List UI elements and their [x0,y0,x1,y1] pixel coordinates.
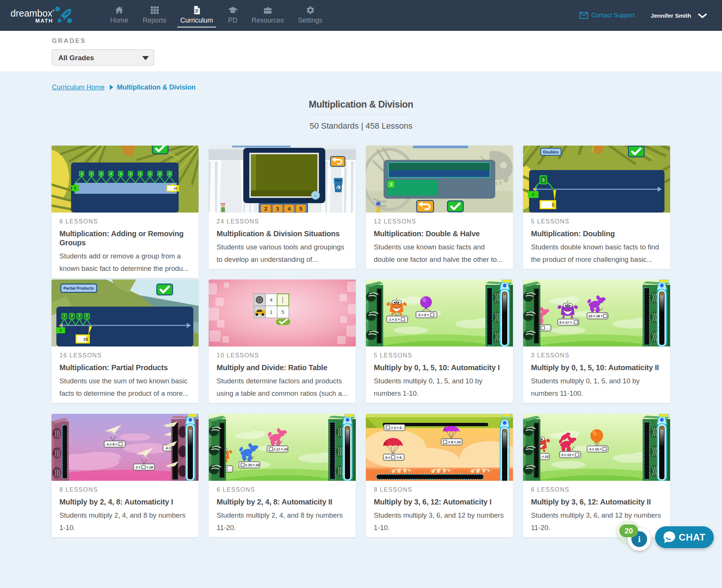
svg-text:5: 5 [299,205,302,212]
svg-text:2: 2 [264,205,267,212]
svg-text:= 6: = 6 [397,456,402,459]
svg-text:28: 28 [83,337,88,342]
svg-text:0: 0 [532,192,534,197]
svg-text:3: 3 [390,182,392,187]
svg-text:3: 3 [159,172,161,176]
svg-text:3: 3 [110,172,112,176]
svg-text:3: 3 [90,172,92,176]
svg-text:3: 3 [276,205,279,212]
svg-text:10 × 18 =: 10 × 18 = [589,314,603,318]
svg-text:4: 4 [270,297,272,303]
svg-text:0: 0 [59,328,62,333]
svg-text:Partial Products: Partial Products [64,286,94,290]
svg-text:3: 3 [149,172,151,176]
svg-text:4 × 9 =: 4 × 9 = [107,442,117,446]
svg-text:30: 30 [174,187,177,190]
svg-text:7: 7 [78,314,80,318]
svg-text:5 × 17 =: 5 × 17 = [560,321,572,324]
svg-text:7: 7 [63,314,65,318]
svg-text:3: 3 [139,172,141,176]
svg-text:7: 7 [71,314,73,318]
svg-text:3 × 13 =: 3 × 13 = [561,453,574,457]
svg-text:× 2 = 6: × 2 = 6 [391,426,402,430]
svg-text:4: 4 [288,205,291,212]
svg-text:× 8 = 24: × 8 = 24 [448,440,461,444]
svg-text:0 × 6 =: 0 × 6 = [419,313,429,317]
svg-text:7: 7 [86,314,88,318]
svg-text:Doubles: Doubles [543,150,559,154]
svg-text:0: 0 [315,194,316,197]
svg-text:3: 3 [100,172,102,176]
svg-text:= 18: = 18 [146,465,153,469]
svg-text:3: 3 [80,172,82,176]
svg-text:1: 1 [270,309,272,315]
svg-text:× 17 = 34: × 17 = 34 [273,447,288,451]
svg-text:6 ×: 6 × [385,456,390,459]
svg-text:0: 0 [74,186,76,190]
svg-text:3: 3 [168,172,170,176]
svg-text:3: 3 [129,172,131,176]
svg-text:3 × 15 =: 3 × 15 = [589,447,602,451]
svg-text:5: 5 [542,178,545,183]
svg-text:5: 5 [281,309,284,315]
svg-text:× 20 = 40: × 20 = 40 [245,463,259,467]
svg-text:1 × 2 =: 1 × 2 = [389,318,400,321]
svg-text:2 ×: 2 × [136,465,141,469]
svg-text:3: 3 [120,172,121,176]
svg-text:5: 5 [552,202,554,208]
